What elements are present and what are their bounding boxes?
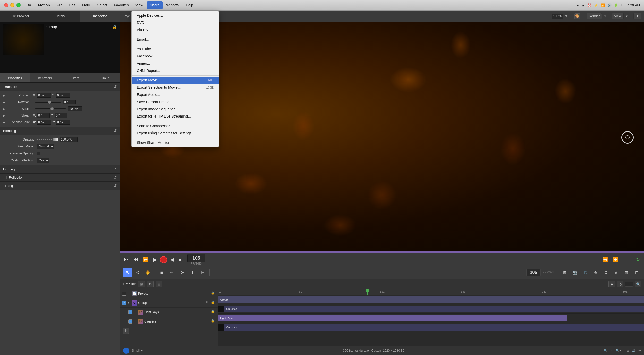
- view-button[interactable]: View: [612, 13, 624, 19]
- reflection-reset[interactable]: ↺: [113, 175, 117, 180]
- grid-tool[interactable]: ⊞: [560, 268, 569, 277]
- audio-status-btn[interactable]: 🔊: [632, 349, 636, 352]
- rewind-button[interactable]: ⏪: [601, 256, 609, 263]
- draw-tool[interactable]: ✏: [167, 268, 176, 277]
- track-bar-caustics-inner[interactable]: Caustics: [224, 306, 644, 312]
- rotation-slider[interactable]: [35, 102, 61, 103]
- shear-y-input[interactable]: [55, 113, 67, 118]
- info-icon[interactable]: i: [123, 348, 129, 354]
- volume-icon[interactable]: 🔊: [607, 3, 612, 7]
- layer-icon-grid[interactable]: ⊞: [205, 301, 210, 305]
- dropbox-icon[interactable]: ●: [577, 3, 579, 7]
- object-menu[interactable]: Object: [94, 1, 110, 9]
- position-y-input[interactable]: [56, 93, 70, 98]
- fullscreen-canvas-button[interactable]: ⛶: [626, 257, 633, 263]
- scale-slider[interactable]: [35, 108, 66, 109]
- share-menu[interactable]: Share: [147, 1, 163, 9]
- menu-send-compressor[interactable]: Send to Compressor...: [132, 122, 219, 129]
- minimize-button[interactable]: [10, 3, 14, 7]
- anchor-point-triangle[interactable]: ▶: [3, 121, 7, 124]
- reflection-section-header[interactable]: Reflection ↺: [0, 174, 120, 182]
- size-selector[interactable]: Small ▼: [132, 349, 143, 352]
- tab-library[interactable]: Library: [40, 11, 80, 22]
- zoom-out-btn[interactable]: 🔍-: [604, 349, 609, 352]
- menu-dvd[interactable]: DVD...: [132, 19, 219, 26]
- scale-input[interactable]: [68, 106, 82, 111]
- frame-counter[interactable]: 105: [187, 254, 205, 262]
- layer-check-caustics[interactable]: ✓: [128, 319, 132, 324]
- app-menu[interactable]: Motion: [35, 1, 53, 9]
- fx-tool[interactable]: ◈: [612, 268, 621, 277]
- position-x-input[interactable]: [37, 93, 51, 98]
- timeline-grid-btn[interactable]: ⊞: [138, 281, 145, 287]
- step-forward-button[interactable]: ⏩: [141, 256, 150, 263]
- timeline-zoom-btn[interactable]: 🔍: [635, 281, 641, 287]
- loop-button[interactable]: ↻: [634, 256, 641, 263]
- text-tool[interactable]: T: [188, 268, 197, 277]
- shape-tool[interactable]: ▣: [157, 268, 166, 277]
- inspector-tab-behaviors[interactable]: Behaviors: [30, 73, 60, 82]
- menu-cnn[interactable]: CNN iReport...: [132, 67, 219, 74]
- timeline-settings-btn[interactable]: ⚙: [147, 281, 154, 287]
- timeline-playhead[interactable]: [367, 289, 368, 295]
- track-bar-group[interactable]: Group: [218, 296, 644, 303]
- track-bar-caustics-outer[interactable]: Caustics: [224, 324, 644, 331]
- apple-menu[interactable]: ⌘: [25, 1, 35, 9]
- settings-tool[interactable]: ⚙: [601, 268, 611, 277]
- lighting-section-header[interactable]: Lighting ↺: [0, 165, 120, 174]
- casts-reflection-select[interactable]: Yes: [37, 158, 49, 163]
- rotation-input[interactable]: [63, 100, 76, 104]
- layer-check-lightrays[interactable]: ✓: [128, 310, 132, 314]
- transform-reset[interactable]: ↺: [113, 84, 117, 89]
- menu-export-audio[interactable]: Export Audio...: [132, 91, 219, 98]
- layer-action-group[interactable]: 🔒: [211, 301, 216, 305]
- menu-facebook[interactable]: Facebook...: [132, 53, 219, 60]
- menu-youtube[interactable]: YouTube...: [132, 45, 219, 53]
- transform-section-header[interactable]: Transform ↺: [0, 83, 120, 91]
- prev-frame-button[interactable]: ◀: [169, 256, 175, 263]
- menu-show-share-monitor[interactable]: Show Share Monitor: [132, 139, 219, 146]
- inspector-tab-properties[interactable]: Properties: [0, 73, 30, 82]
- timing-reset[interactable]: ↺: [113, 183, 117, 188]
- size-dropdown-icon[interactable]: ▼: [140, 349, 143, 352]
- layer-action-lightrays[interactable]: 🔒: [211, 310, 216, 315]
- scale-triangle[interactable]: ▶: [3, 108, 7, 110]
- file-menu[interactable]: File: [54, 1, 66, 9]
- menu-export-compressor[interactable]: Export using Compressor Settings...: [132, 129, 219, 137]
- timeline-layout-btn[interactable]: ⊟: [156, 281, 162, 287]
- rotation-triangle[interactable]: ▶: [3, 101, 7, 104]
- tab-file-browser[interactable]: File Browser: [0, 11, 40, 22]
- select-tool[interactable]: ↖: [123, 268, 132, 277]
- view-dropdown[interactable]: ▼: [625, 15, 628, 18]
- blend-mode-select[interactable]: Normal: [37, 144, 54, 149]
- menu-bluray[interactable]: Blu-ray...: [132, 26, 219, 34]
- layer-check-group[interactable]: ✓: [122, 301, 126, 305]
- cloud-icon[interactable]: ☁: [581, 3, 585, 7]
- lighting-reset[interactable]: ↺: [113, 167, 117, 172]
- tab-inspector[interactable]: Inspector: [80, 11, 120, 22]
- view-menu[interactable]: View: [132, 1, 146, 9]
- menu-email[interactable]: Email...: [132, 36, 219, 43]
- expand-status-btn[interactable]: ⇔: [638, 349, 641, 352]
- go-to-start-button[interactable]: ⏮: [123, 256, 130, 263]
- time-machine-icon[interactable]: ⏰: [587, 3, 591, 7]
- frame-counter-tool[interactable]: 105: [526, 269, 541, 276]
- layer-action-caustics[interactable]: 🔒: [211, 319, 216, 324]
- play-button[interactable]: ▶: [151, 255, 158, 264]
- zoom-dropdown-icon[interactable]: ▼: [565, 14, 568, 18]
- inspector-tab-filters[interactable]: Filters: [60, 73, 90, 82]
- render-button[interactable]: Render: [587, 13, 602, 19]
- shear-x-input[interactable]: [37, 113, 50, 118]
- next-frame-button[interactable]: ▶: [177, 256, 184, 263]
- particle-tool[interactable]: ⊕: [591, 268, 600, 277]
- layer-expand-group[interactable]: ▼: [127, 301, 131, 304]
- favorites-menu[interactable]: Favorites: [111, 1, 132, 9]
- view-toggle-btn[interactable]: ⊞: [627, 349, 629, 352]
- help-menu[interactable]: Help: [183, 1, 196, 9]
- blending-section-header[interactable]: Blending ↺: [0, 127, 120, 135]
- bluetooth-icon[interactable]: ⚡: [594, 3, 598, 7]
- wifi-icon[interactable]: 📶: [601, 3, 605, 7]
- record-button[interactable]: [160, 256, 167, 263]
- layer-check-project[interactable]: [122, 292, 126, 296]
- timing-section-header[interactable]: Timing ↺: [0, 182, 120, 190]
